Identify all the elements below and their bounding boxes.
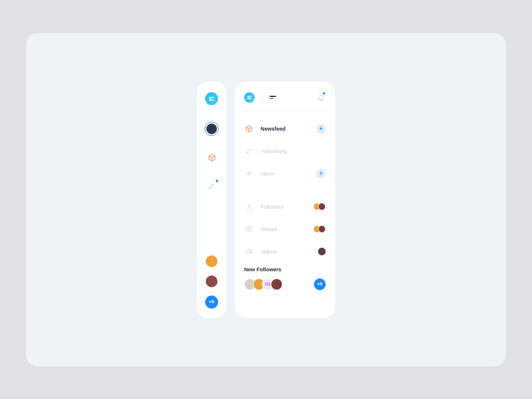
user-icon (244, 202, 254, 212)
rail-avatar-1[interactable] (206, 255, 218, 267)
menu-item-newsfeed[interactable]: Newsfeed + (244, 118, 326, 140)
menu-label: Advertising (261, 148, 287, 154)
add-badge[interactable]: + (316, 124, 326, 134)
rail-more-button[interactable]: +5 (205, 296, 218, 309)
panel-header (244, 92, 326, 112)
followers-more-button[interactable]: +5 (314, 278, 326, 290)
menu-item-followers[interactable]: Followers (244, 196, 326, 218)
photo-icon (244, 225, 254, 234)
cube-icon[interactable] (206, 153, 217, 163)
svg-point-2 (248, 228, 249, 230)
bell-icon[interactable] (316, 93, 326, 102)
new-followers-title: New Followers (244, 267, 326, 273)
menu-label: Photos (261, 226, 277, 232)
menu-label: Followers (261, 204, 284, 210)
rocket-icon[interactable] (206, 181, 217, 192)
sidebar-panel: Newsfeed + Advertising Inbox 5 (235, 82, 335, 318)
rail-avatar-2[interactable] (206, 275, 218, 287)
menu-label: Inbox (261, 171, 274, 177)
menu-item-photos[interactable]: Photos (244, 218, 326, 241)
menu-item-videos[interactable]: Videos (244, 241, 326, 263)
follower-avatar-4[interactable] (271, 278, 283, 290)
new-followers-row: DS +5 (244, 278, 326, 290)
svg-point-0 (248, 204, 250, 206)
current-user-avatar[interactable] (205, 122, 219, 136)
svg-rect-3 (246, 250, 250, 253)
avatar-stack (313, 203, 326, 210)
menu-label: Newsfeed (261, 126, 286, 132)
inbox-icon (244, 169, 254, 179)
video-icon (244, 247, 254, 257)
rocket-icon (244, 147, 254, 156)
menu-icon[interactable] (270, 96, 276, 99)
panel-logo-icon[interactable] (244, 92, 255, 103)
sidebar-rail: +5 (197, 82, 226, 318)
count-badge: 5 (316, 169, 326, 179)
menu-item-inbox[interactable]: Inbox 5 (244, 163, 326, 185)
logo-icon[interactable] (205, 92, 218, 105)
menu-item-advertising[interactable]: Advertising (244, 140, 326, 163)
divider (262, 93, 262, 102)
avatar (318, 248, 326, 255)
menu-label: Videos (261, 249, 277, 255)
cube-icon (244, 124, 254, 134)
menu: Newsfeed + Advertising Inbox 5 (244, 112, 326, 263)
avatar-stack (313, 225, 326, 233)
svg-rect-1 (246, 227, 252, 232)
